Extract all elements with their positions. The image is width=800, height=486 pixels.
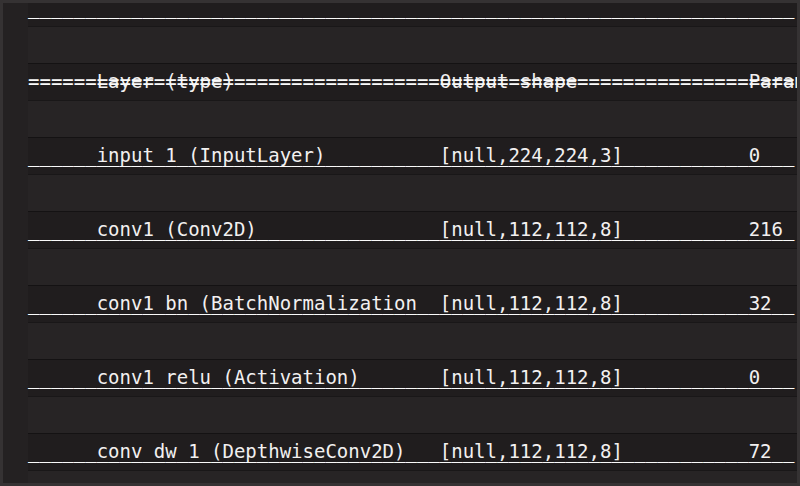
separator-line: ________________________________________…: [28, 0, 800, 26]
separator-line: ________________________________________…: [28, 359, 800, 396]
separator-line: ________________________________________…: [28, 137, 800, 174]
table-row: conv1 (Conv2D)[null,112,112,8]216: [28, 174, 800, 211]
table-row: conv_dw_1_bn (BatchNormaliza[null,112,11…: [28, 470, 800, 486]
separator-line: ________________________________________…: [28, 433, 800, 470]
terminal-screen: ________________________________________…: [0, 0, 800, 486]
separator-line: ________________________________________…: [28, 285, 800, 322]
table-row: conv_dw_1 (DepthwiseConv2D)[null,112,112…: [28, 396, 800, 433]
separator-line: ________________________________________…: [28, 211, 800, 248]
model-summary-output: ________________________________________…: [28, 0, 800, 486]
table-row: input_1 (InputLayer)[null,224,224,3]0: [28, 100, 800, 137]
double-separator-line: ========================================…: [28, 63, 800, 100]
table-row: conv1_bn (BatchNormalization[null,112,11…: [28, 248, 800, 285]
summary-header-row: Layer (type)Output shapeParam #: [28, 26, 800, 63]
table-row: conv1_relu (Activation)[null,112,112,8]0: [28, 322, 800, 359]
